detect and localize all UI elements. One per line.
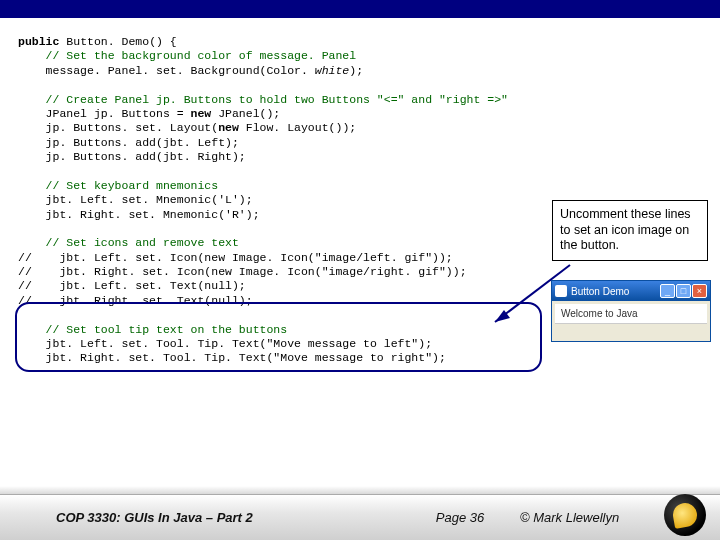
code-line: JPanel(); [211,107,280,120]
comment: // Set keyboard mnemonics [18,179,218,192]
code-line: ); [349,64,363,77]
code-line: jp. Buttons. add(jbt. Left); [18,136,239,149]
code-line: jbt. Left. set. Mnemonic('L'); [18,193,253,206]
keyword-public: public [18,35,59,48]
footer-shadow [0,486,720,494]
italic: white [315,64,350,77]
comment: // Set the background color of message. … [18,49,356,62]
code-line: jbt. Right. set. Mnemonic('R'); [18,208,260,221]
blank [18,308,25,321]
blank [18,164,25,177]
keyword-new: new [218,121,239,134]
callout-annotation: Uncomment these lines to set an icon ima… [552,200,708,261]
comment: // Set tool tip text on the buttons [18,323,287,336]
code-line: jp. Buttons. set. Layout( [18,121,218,134]
comment: // Create Panel jp. Buttons to hold two … [18,93,508,106]
code-line: jbt. Right. set. Tool. Tip. Text("Move m… [18,351,446,364]
callout-text: Uncomment these lines to set an icon ima… [560,207,691,252]
maximize-button[interactable]: □ [676,284,691,298]
demo-title: Button Demo [571,286,660,297]
course-title: COP 3330: GUIs In Java – Part 2 [0,510,400,525]
code-line: Button. Demo() { [59,35,176,48]
code-line: jbt. Left. set. Tool. Tip. Text("Move me… [18,337,432,350]
code-line: Flow. Layout()); [239,121,356,134]
code-line: // jbt. Right. set. Icon(new Image. Icon… [18,265,467,278]
code-line: message. Panel. set. Background(Color. [18,64,315,77]
code-line: // jbt. Left. set. Icon(new Image. Icon(… [18,251,453,264]
code-line: jp. Buttons. add(jbt. Right); [18,150,246,163]
blank [18,78,25,91]
top-accent-bar [0,0,720,18]
demo-content: Welcome to Java [555,304,707,324]
java-icon [555,285,567,297]
footer: COP 3330: GUIs In Java – Part 2 Page 36 … [0,494,720,540]
close-button[interactable]: × [692,284,707,298]
code-block: public Button. Demo() { // Set the backg… [18,35,508,366]
demo-window: Button Demo _ □ × Welcome to Java [551,280,711,342]
demo-titlebar: Button Demo _ □ × [552,281,710,301]
page-number: Page 36 [400,510,520,525]
code-line: JPanel jp. Buttons = [18,107,191,120]
blank [18,222,25,235]
ucf-logo [664,494,706,536]
minimize-button[interactable]: _ [660,284,675,298]
code-line: // jbt. Left. set. Text(null); [18,279,246,292]
comment: // Set icons and remove text [18,236,239,249]
keyword-new: new [191,107,212,120]
code-line: // jbt. Right. set. Text(null); [18,294,253,307]
pegasus-icon [671,501,699,529]
window-controls: _ □ × [660,284,707,298]
